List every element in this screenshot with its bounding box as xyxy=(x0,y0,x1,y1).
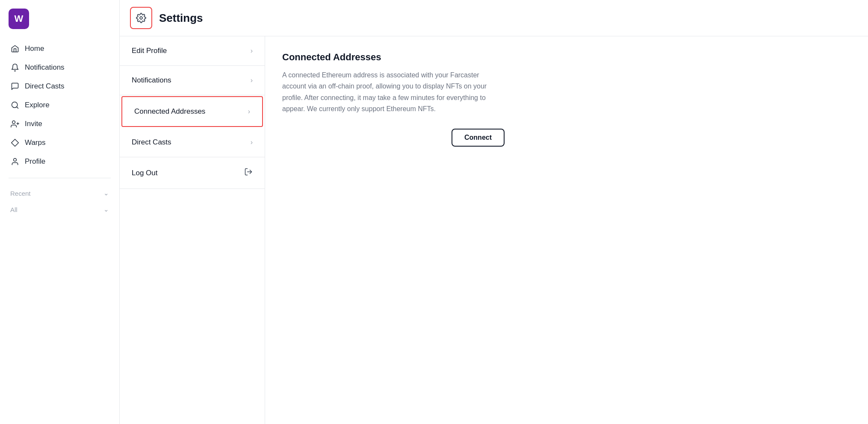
sidebar-nav: Home Notifications Direct Casts xyxy=(0,39,119,415)
sidebar-item-invite-label: Invite xyxy=(25,120,42,128)
sidebar-item-explore-label: Explore xyxy=(25,101,50,109)
sidebar-item-direct-casts[interactable]: Direct Casts xyxy=(0,77,119,96)
sidebar-section-all-label: All xyxy=(10,206,18,213)
svg-line-1 xyxy=(17,107,18,109)
settings-menu-panel: Edit Profile › Notifications › Connected… xyxy=(120,36,265,424)
sidebar-divider xyxy=(9,178,111,178)
settings-menu-item-edit-profile[interactable]: Edit Profile › xyxy=(120,36,265,66)
svg-point-2 xyxy=(12,121,15,124)
chevron-right-icon-4: › xyxy=(251,138,253,146)
settings-menu-item-logout-label: Log Out xyxy=(132,169,158,177)
connect-button[interactable]: Connect xyxy=(452,129,505,147)
sidebar-item-home[interactable]: Home xyxy=(0,39,119,58)
sidebar-section-all[interactable]: All ⌄ xyxy=(10,201,109,218)
message-icon xyxy=(10,82,20,91)
sidebar-item-warps[interactable]: Warps xyxy=(0,133,119,152)
sidebar-item-home-label: Home xyxy=(25,44,44,53)
detail-description: A connected Ethereum address is associat… xyxy=(282,70,505,115)
chevron-right-icon-2: › xyxy=(251,77,253,84)
settings-icon-button[interactable] xyxy=(130,7,152,29)
sidebar-logo: W xyxy=(0,9,119,39)
chevron-down-icon-2: ⌄ xyxy=(103,206,109,213)
sidebar-item-direct-casts-label: Direct Casts xyxy=(25,82,65,91)
sidebar-item-explore[interactable]: Explore xyxy=(0,96,119,115)
sidebar-item-profile[interactable]: Profile xyxy=(0,152,119,171)
settings-menu-item-logout[interactable]: Log Out xyxy=(120,157,265,189)
sidebar-item-invite[interactable]: Invite xyxy=(0,115,119,133)
sidebar-item-notifications-label: Notifications xyxy=(25,63,65,72)
detail-panel: Connected Addresses A connected Ethereum… xyxy=(265,36,868,424)
svg-marker-5 xyxy=(12,139,19,147)
person-icon xyxy=(10,157,20,166)
sidebar-sections: Recent ⌄ All ⌄ xyxy=(0,185,119,218)
sidebar-section-recent[interactable]: Recent ⌄ xyxy=(10,185,109,201)
logout-icon xyxy=(244,168,253,178)
sidebar-item-notifications[interactable]: Notifications xyxy=(0,58,119,77)
sidebar-item-profile-label: Profile xyxy=(25,157,45,166)
svg-point-6 xyxy=(14,159,17,162)
diamond-icon xyxy=(10,138,20,147)
search-icon xyxy=(10,100,20,110)
chevron-right-icon: › xyxy=(251,47,253,55)
settings-menu-item-connected-addresses[interactable]: Connected Addresses › xyxy=(121,96,263,127)
settings-menu-item-connected-addresses-label: Connected Addresses xyxy=(134,107,205,116)
settings-menu-item-direct-casts[interactable]: Direct Casts › xyxy=(120,128,265,157)
main-area: Settings Edit Profile › Notifications › … xyxy=(120,0,868,424)
connect-container: Connect xyxy=(282,129,505,147)
chevron-down-icon: ⌄ xyxy=(103,189,109,197)
app-logo[interactable]: W xyxy=(9,9,29,29)
content-area: Edit Profile › Notifications › Connected… xyxy=(120,36,868,424)
person-add-icon xyxy=(10,119,20,129)
page-title: Settings xyxy=(159,12,203,25)
sidebar-item-warps-label: Warps xyxy=(25,138,46,147)
gear-icon xyxy=(136,13,146,23)
settings-menu-item-notifications[interactable]: Notifications › xyxy=(120,66,265,95)
svg-point-7 xyxy=(140,17,142,19)
home-icon xyxy=(10,44,20,53)
settings-menu-item-direct-casts-label: Direct Casts xyxy=(132,138,171,147)
sidebar-section-recent-label: Recent xyxy=(10,190,31,197)
settings-menu-item-notifications-label: Notifications xyxy=(132,76,171,85)
settings-menu-item-edit-profile-label: Edit Profile xyxy=(132,47,167,55)
page-header: Settings xyxy=(120,0,868,36)
chevron-right-icon-3: › xyxy=(248,108,250,115)
detail-title: Connected Addresses xyxy=(282,52,851,63)
bell-icon xyxy=(10,63,20,72)
sidebar: W Home Notifications xyxy=(0,0,120,424)
